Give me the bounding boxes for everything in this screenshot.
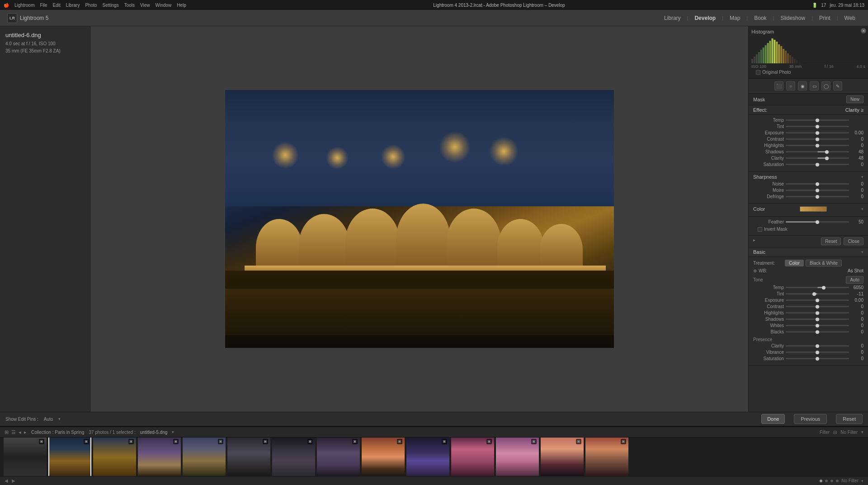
feather-track[interactable]: [786, 221, 849, 223]
thumb-10[interactable]: ▣: [406, 437, 449, 476]
highlights-track[interactable]: [786, 312, 849, 314]
page-dot-2[interactable]: [825, 480, 828, 482]
exposure-track[interactable]: [786, 300, 849, 301]
menu-help[interactable]: Help: [177, 3, 186, 8]
reset-button[interactable]: Reset: [821, 238, 841, 245]
invert-mask-checkbox[interactable]: [758, 227, 762, 232]
module-library[interactable]: Library: [659, 13, 686, 23]
radial-filter-tool[interactable]: ◯: [821, 81, 830, 90]
list-view-icon[interactable]: ☰: [11, 429, 16, 435]
thumb-9[interactable]: ▣: [362, 437, 405, 476]
wb-value[interactable]: As Shot: [774, 268, 863, 273]
thumb-12[interactable]: ▣: [496, 437, 539, 476]
menu-edit[interactable]: Edit: [53, 3, 61, 8]
close-button[interactable]: Close: [844, 238, 863, 245]
noise-track[interactable]: [786, 183, 849, 185]
svg-rect-2: [756, 54, 758, 63]
saturation-track[interactable]: [786, 358, 849, 359]
thumb-3[interactable]: ▣: [93, 437, 136, 476]
grid-view-icon[interactable]: ⊞: [5, 429, 9, 435]
previous-button[interactable]: Previous: [794, 414, 827, 424]
module-web[interactable]: Web: [839, 13, 861, 23]
thumb-1[interactable]: ▣: [4, 437, 47, 476]
mask-contrast-track[interactable]: [786, 138, 849, 140]
mask-exposure-track[interactable]: [786, 132, 849, 133]
menu-settings[interactable]: Settings: [103, 3, 119, 8]
mask-shadows-track[interactable]: [786, 151, 849, 152]
module-book[interactable]: Book: [749, 13, 772, 23]
thumb-4[interactable]: ▣: [138, 437, 181, 476]
menu-photo[interactable]: Photo: [85, 3, 97, 8]
app-menu-lightroom[interactable]: Lightroom: [14, 3, 34, 8]
thumb-13[interactable]: ▣: [541, 437, 584, 476]
graduated-filter-tool[interactable]: ▭: [810, 81, 819, 90]
basic-panel-header[interactable]: Basic ▾: [749, 247, 868, 257]
mask-highlights-track[interactable]: [786, 145, 849, 146]
bw-treatment-btn[interactable]: Black & White: [806, 260, 842, 266]
pin-icon[interactable]: ▸: [753, 238, 755, 245]
filter-dropdown-arrow[interactable]: ▾: [861, 430, 863, 434]
color-swatch[interactable]: [800, 206, 827, 212]
arrow-left-icon[interactable]: ◂: [19, 429, 21, 435]
new-mask-button[interactable]: New: [846, 95, 863, 103]
menu-file[interactable]: File: [40, 3, 47, 8]
mask-tint-label: Tint: [753, 124, 784, 129]
auto-tone-btn[interactable]: Auto: [846, 276, 863, 284]
page-dot-3[interactable]: [830, 480, 833, 482]
mask-tint-track[interactable]: [786, 126, 849, 127]
clarity-track[interactable]: [786, 345, 849, 347]
whites-track[interactable]: [786, 325, 849, 326]
thumb-2[interactable]: ▣: [48, 437, 91, 476]
eyedropper-icon[interactable]: ⊕: [753, 268, 757, 273]
mask-clarity-track[interactable]: [786, 157, 849, 159]
module-slideshow[interactable]: Slideshow: [775, 13, 811, 23]
apple-logo[interactable]: 🍎: [4, 3, 9, 8]
selected-dropdown-arrow[interactable]: ▾: [172, 430, 174, 434]
auto-dropdown-arrow[interactable]: ▾: [58, 417, 61, 421]
page-dot-4[interactable]: [836, 480, 839, 482]
page-dot-1[interactable]: [820, 480, 822, 482]
adjustment-brush-tool[interactable]: ✎: [833, 81, 842, 90]
defringe-track[interactable]: [786, 196, 849, 197]
original-photo-checkbox[interactable]: [756, 70, 760, 75]
contrast-track[interactable]: [786, 306, 849, 307]
thumb-8[interactable]: ▣: [317, 437, 360, 476]
color-header[interactable]: Color ▾: [753, 206, 863, 212]
crop-tool[interactable]: ⬛: [774, 81, 783, 90]
filter-icon[interactable]: ⊟: [833, 430, 837, 435]
sharpness-header[interactable]: Sharpness ▾: [753, 174, 863, 180]
done-button[interactable]: Done: [761, 414, 785, 424]
mask-temp-track[interactable]: [786, 119, 849, 121]
shadows-track[interactable]: [786, 319, 849, 320]
menu-tools[interactable]: Tools: [124, 3, 135, 8]
redeye-tool[interactable]: ◉: [798, 81, 807, 90]
thumb-6[interactable]: ▣: [227, 437, 270, 476]
blacks-track[interactable]: [786, 331, 849, 333]
moire-track[interactable]: [786, 190, 849, 191]
module-print[interactable]: Print: [814, 13, 836, 23]
tint-track[interactable]: [786, 293, 849, 295]
menu-view[interactable]: View: [140, 3, 150, 8]
thumb-11[interactable]: ▣: [451, 437, 494, 476]
mask-saturation-track[interactable]: [786, 164, 849, 165]
spot-removal-tool[interactable]: ○: [786, 81, 795, 90]
vibrance-track[interactable]: [786, 352, 849, 353]
temp-track[interactable]: [786, 287, 849, 288]
thumb-14[interactable]: ▣: [585, 437, 628, 476]
arrow-right-icon[interactable]: ▸: [24, 429, 27, 435]
histogram-close-btn[interactable]: ✕: [861, 28, 866, 33]
reset-bottom-button[interactable]: Reset: [836, 414, 863, 424]
thumb-5[interactable]: ▣: [183, 437, 226, 476]
filter-right-arrow[interactable]: ▾: [861, 479, 863, 483]
menu-library[interactable]: Library: [66, 3, 80, 8]
nav-prev-icon[interactable]: ◀: [5, 478, 8, 483]
module-develop[interactable]: Develop: [689, 13, 721, 23]
menu-window[interactable]: Window: [156, 3, 172, 8]
presence-label: Presence: [753, 337, 772, 342]
nav-next-icon[interactable]: ▶: [12, 478, 15, 483]
module-map[interactable]: Map: [724, 13, 745, 23]
color-treatment-btn[interactable]: Color: [785, 260, 804, 266]
auto-label[interactable]: Auto: [44, 417, 53, 422]
thumb-7[interactable]: ▣: [272, 437, 315, 476]
filmstrip-thumbs: ▣ ▣ ▣ ▣ ▣ ▣: [0, 437, 868, 476]
